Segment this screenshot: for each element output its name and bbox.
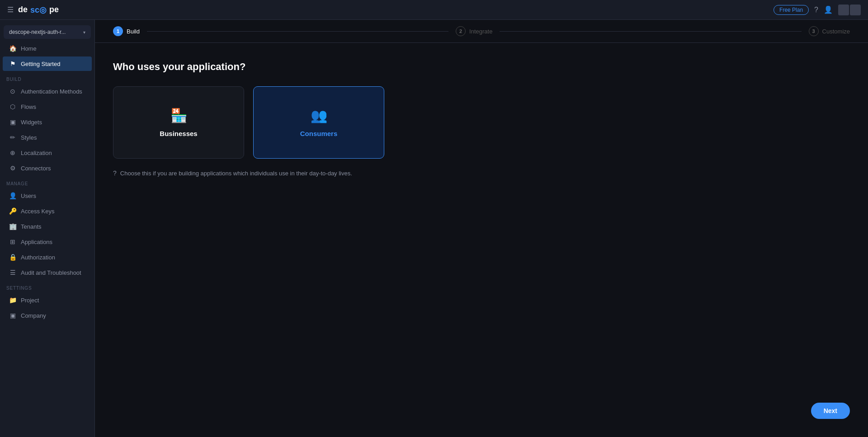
hamburger-icon[interactable]: ☰ [7, 5, 14, 14]
step-circle-customize: 3 [809, 26, 819, 36]
auth-methods-icon: ⊙ [9, 88, 16, 95]
hint-text: Choose this if you are building applicat… [120, 170, 352, 177]
businesses-card-label: Businesses [160, 130, 197, 137]
user-icon[interactable]: 👤 [824, 5, 833, 14]
sidebar-item-localization[interactable]: ⊕ Localization [3, 146, 92, 160]
layout: descope-nextjs-auth-r... ▾ 🏠 Home ⚑ Gett… [0, 20, 868, 437]
project-name: descope-nextjs-auth-r... [9, 29, 81, 35]
hint-row: ? Choose this if you are building applic… [113, 169, 850, 177]
next-button[interactable]: Next [811, 403, 850, 419]
step-number-build: 1 [117, 28, 119, 34]
step-number-integrate: 2 [459, 28, 462, 34]
page-title: Who uses your application? [113, 61, 850, 73]
sidebar-item-audit[interactable]: ☰ Audit and Troubleshoot [3, 265, 92, 280]
sidebar-item-auth-methods[interactable]: ⊙ Authentication Methods [3, 84, 92, 99]
authorization-icon: 🔒 [9, 254, 16, 261]
sidebar-item-styles-label: Styles [21, 134, 37, 141]
topbar-left: ☰ de sc◎ pe [7, 5, 59, 15]
home-icon: 🏠 [9, 45, 16, 52]
help-icon[interactable]: ? [814, 6, 818, 14]
cards-row: 🏪 Businesses 👥 Consumers [113, 86, 850, 159]
sidebar-item-tenants-label: Tenants [21, 223, 42, 230]
topbar-right: Free Plan ? 👤 [774, 5, 861, 15]
sidebar-item-applications[interactable]: ⊞ Applications [3, 235, 92, 249]
logo-text2: pe [49, 5, 59, 14]
sidebar-item-auth-label: Authentication Methods [21, 88, 82, 95]
step-number-customize: 3 [812, 28, 815, 34]
settings-section-label: Settings [0, 280, 94, 292]
step-label-customize: Customize [822, 28, 850, 35]
sidebar-item-home-label: Home [21, 45, 37, 52]
users-icon: 👤 [9, 192, 16, 199]
card-consumers[interactable]: 👥 Consumers [253, 86, 384, 159]
page-content: Who uses your application? 🏪 Businesses … [95, 43, 868, 437]
step-label-build: Build [127, 28, 140, 35]
localization-icon: ⊕ [9, 149, 16, 156]
step-line-1 [147, 31, 448, 32]
stepper: 1 Build 2 Integrate 3 Customize [95, 20, 868, 43]
build-section-label: Build [0, 71, 94, 84]
sidebar-item-localization-label: Localization [21, 150, 52, 156]
sidebar-item-flows[interactable]: ⬡ Flows [3, 99, 92, 114]
project-selector[interactable]: descope-nextjs-auth-r... ▾ [4, 25, 91, 39]
sidebar-item-authorization[interactable]: 🔒 Authorization [3, 250, 92, 264]
sidebar-item-company[interactable]: ▣ Company [3, 308, 92, 323]
step-circle-build: 1 [113, 26, 123, 36]
sidebar-item-connectors-label: Connectors [21, 165, 51, 172]
sidebar-item-flows-label: Flows [21, 103, 36, 110]
avatar-group [838, 5, 861, 15]
company-icon: ▣ [9, 312, 16, 319]
step-build: 1 Build [113, 26, 140, 36]
sidebar: descope-nextjs-auth-r... ▾ 🏠 Home ⚑ Gett… [0, 20, 95, 437]
consumers-card-icon: 👥 [311, 108, 327, 123]
logo: de sc◎ pe [18, 5, 59, 15]
sidebar-item-widgets-label: Widgets [21, 119, 42, 126]
sidebar-item-users[interactable]: 👤 Users [3, 188, 92, 203]
step-customize: 3 Customize [809, 26, 850, 36]
logo-icon: sc◎ [30, 5, 47, 15]
sidebar-item-access-keys-label: Access Keys [21, 208, 54, 215]
tenants-icon: 🏢 [9, 223, 16, 230]
sidebar-item-audit-label: Audit and Troubleshoot [21, 269, 81, 276]
avatar-block-2 [850, 5, 861, 15]
step-circle-integrate: 2 [456, 26, 466, 36]
step-label-integrate: Integrate [469, 28, 492, 35]
sidebar-item-access-keys[interactable]: 🔑 Access Keys [3, 204, 92, 218]
sidebar-item-widgets[interactable]: ▣ Widgets [3, 115, 92, 129]
flows-icon: ⬡ [9, 103, 16, 110]
project-icon: 📁 [9, 296, 16, 304]
sidebar-item-getting-started-label: Getting Started [21, 61, 60, 67]
access-keys-icon: 🔑 [9, 207, 16, 215]
consumers-card-label: Consumers [300, 130, 338, 137]
sidebar-item-company-label: Company [21, 312, 46, 319]
sidebar-item-home[interactable]: 🏠 Home [3, 41, 92, 56]
free-plan-badge[interactable]: Free Plan [774, 5, 809, 15]
widgets-icon: ▣ [9, 118, 16, 126]
logo-text: de [18, 5, 28, 14]
hint-icon: ? [113, 169, 117, 177]
connectors-icon: ⚙ [9, 164, 16, 172]
sidebar-item-styles[interactable]: ✏ Styles [3, 130, 92, 145]
step-line-2 [500, 31, 801, 32]
sidebar-item-users-label: Users [21, 193, 36, 199]
sidebar-item-project[interactable]: 📁 Project [3, 293, 92, 307]
audit-icon: ☰ [9, 269, 16, 276]
manage-section-label: Manage [0, 176, 94, 188]
sidebar-item-project-label: Project [21, 297, 39, 304]
avatar-block-1 [838, 5, 849, 15]
sidebar-item-connectors[interactable]: ⚙ Connectors [3, 161, 92, 175]
card-businesses[interactable]: 🏪 Businesses [113, 86, 244, 159]
topbar: ☰ de sc◎ pe Free Plan ? 👤 [0, 0, 868, 20]
styles-icon: ✏ [9, 134, 16, 141]
sidebar-item-applications-label: Applications [21, 239, 52, 245]
sidebar-item-tenants[interactable]: 🏢 Tenants [3, 219, 92, 234]
main: 1 Build 2 Integrate 3 Customize Who uses [95, 20, 868, 437]
applications-icon: ⊞ [9, 238, 16, 245]
sidebar-item-getting-started[interactable]: ⚑ Getting Started [3, 56, 92, 71]
businesses-card-icon: 🏪 [170, 108, 187, 123]
step-integrate: 2 Integrate [456, 26, 492, 36]
sidebar-item-authorization-label: Authorization [21, 254, 55, 261]
chevron-down-icon: ▾ [83, 30, 85, 35]
getting-started-icon: ⚑ [9, 60, 16, 67]
